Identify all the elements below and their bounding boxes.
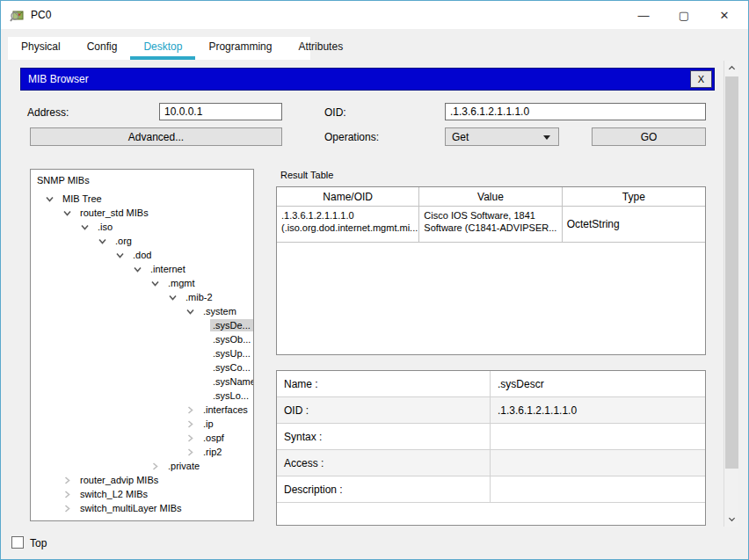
tree-node-sysob[interactable]: .sysOb...	[31, 332, 253, 346]
chevron-collapsed-icon[interactable]	[185, 433, 195, 443]
detail-row-label: Name :	[277, 371, 490, 396]
result-table-label: Result Table	[280, 170, 333, 180]
tree-node-ip[interactable]: .ip	[31, 417, 253, 431]
chevron-collapsed-icon[interactable]	[62, 476, 72, 485]
chevron-down-icon	[543, 135, 550, 140]
tree-node-label: .interfaces	[200, 404, 251, 416]
advanced-button[interactable]: Advanced...	[30, 127, 282, 146]
chevron-collapsed-icon[interactable]	[62, 504, 72, 513]
close-button[interactable]: ✕	[704, 1, 745, 29]
tree-node-label: .mib-2	[183, 291, 215, 303]
vertical-scrollbar[interactable]	[724, 61, 738, 527]
tree-node-iso[interactable]: .iso	[31, 220, 253, 234]
tree-node-rip2[interactable]: .rip2	[31, 445, 253, 459]
scroll-up-icon[interactable]	[724, 61, 739, 76]
tree-node-system[interactable]: .system	[31, 304, 253, 318]
tab-physical[interactable]: Physical	[8, 37, 74, 60]
detail-row-value	[490, 450, 705, 476]
tree-node-syslo[interactable]: .sysLo...	[31, 389, 253, 403]
chevron-expanded-icon[interactable]	[185, 307, 195, 316]
result-column-header: Name/OID	[277, 187, 419, 207]
chevron-collapsed-icon[interactable]	[185, 419, 195, 429]
detail-row-value: .sysDescr	[490, 371, 705, 396]
chevron-expanded-icon[interactable]	[98, 236, 107, 246]
tab-programming[interactable]: Programming	[195, 37, 285, 60]
scroll-down-icon[interactable]	[724, 512, 739, 527]
result-column-header: Type	[563, 187, 705, 207]
tree-node-sysco[interactable]: .sysCo...	[31, 360, 253, 375]
result-column-header: Value	[419, 187, 562, 207]
tree-node-label: router_advip MIBs	[77, 474, 161, 486]
address-input[interactable]	[159, 103, 282, 120]
mib-browser-title: MIB Browser	[28, 73, 89, 85]
chevron-collapsed-icon[interactable]	[150, 462, 160, 471]
top-checkbox[interactable]	[11, 536, 24, 549]
tree-node-switch-multilayer-mibs[interactable]: switch_multiLayer MIBs	[31, 501, 253, 515]
operations-label: Operations:	[324, 131, 379, 143]
snmp-mibs-label: SNMP MIBs	[37, 175, 90, 185]
tree-node-router-advip-mibs[interactable]: router_advip MIBs	[31, 473, 253, 487]
title-bar: PC0 — ▢ ✕	[1, 1, 748, 29]
tree-node-label: .sysName	[210, 375, 254, 388]
result-type-cell[interactable]: OctetString	[563, 207, 705, 243]
tree-node-private[interactable]: .private	[31, 459, 253, 473]
tree-node-label: .org	[113, 235, 135, 247]
chevron-collapsed-icon[interactable]	[185, 405, 195, 415]
detail-row-description: Description :	[277, 476, 705, 503]
chevron-collapsed-icon[interactable]	[185, 447, 195, 457]
detail-row-access: Access :	[277, 450, 705, 476]
mib-browser-header: MIB Browser X	[20, 68, 715, 91]
chevron-expanded-icon[interactable]	[133, 265, 142, 274]
operations-select[interactable]: Get	[445, 127, 559, 146]
tree-node-org[interactable]: .org	[31, 234, 253, 248]
tree-node-interfaces[interactable]: .interfaces	[31, 403, 253, 417]
chevron-expanded-icon[interactable]	[80, 222, 90, 232]
minimize-button[interactable]: —	[623, 1, 664, 29]
chevron-collapsed-icon[interactable]	[62, 490, 72, 499]
snmp-mibs-panel: SNMP MIBs MIB Treerouter_std MIBs.iso.or…	[30, 169, 254, 521]
tree-node-ospf[interactable]: .ospf	[31, 431, 253, 445]
tree-node-label: .private	[165, 460, 202, 472]
oid-label: OID:	[324, 106, 346, 119]
tree-node-dod[interactable]: .dod	[31, 248, 253, 262]
detail-row-label: Description :	[277, 476, 490, 502]
tree-node-sysde[interactable]: .sysDe...	[31, 318, 253, 332]
chevron-expanded-icon[interactable]	[45, 194, 55, 204]
address-label: Address:	[27, 106, 69, 119]
tree-node-router-std-mibs[interactable]: router_std MIBs	[31, 206, 253, 220]
oid-input[interactable]	[445, 103, 706, 120]
result-value-cell[interactable]: Cisco IOS Software, 1841Software (C1841-…	[419, 207, 562, 243]
tab-attributes[interactable]: Attributes	[285, 37, 356, 60]
tree-node-mib-2[interactable]: .mib-2	[31, 290, 253, 304]
tree-node-label: .dod	[130, 249, 154, 261]
scrollbar-thumb[interactable]	[725, 76, 738, 469]
detail-row-name: Name :.sysDescr	[277, 371, 705, 397]
chevron-expanded-icon[interactable]	[115, 251, 125, 260]
result-table: Name/OIDValueType .1.3.6.1.2.1.1.1.0(.is…	[276, 186, 706, 355]
tree-node-label: .mgmt	[165, 277, 198, 289]
tab-desktop[interactable]: Desktop	[130, 37, 195, 60]
tree-node-label: .sysDe...	[210, 319, 253, 331]
tab-config[interactable]: Config	[74, 37, 131, 60]
tree-node-label: .sysCo...	[210, 361, 253, 374]
mib-browser-close-button[interactable]: X	[690, 70, 712, 88]
pc0-window: PC0 — ▢ ✕ PhysicalConfigDesktopProgrammi…	[0, 0, 749, 560]
chevron-expanded-icon[interactable]	[62, 208, 72, 218]
go-button[interactable]: GO	[592, 127, 706, 146]
chevron-expanded-icon[interactable]	[168, 293, 178, 302]
tree-node-sysup[interactable]: .sysUp...	[31, 346, 253, 360]
tree-node-sysname[interactable]: .sysName	[31, 375, 253, 389]
window-title: PC0	[31, 9, 51, 21]
chevron-expanded-icon[interactable]	[150, 279, 160, 288]
tree-node-mib-tree[interactable]: MIB Tree	[31, 192, 253, 206]
tree-node-label: .system	[200, 305, 239, 317]
tree-node-label: .ip	[200, 418, 216, 430]
result-table-body: .1.3.6.1.2.1.1.1.0(.iso.org.dod.internet…	[277, 207, 705, 243]
detail-row-value: .1.3.6.1.2.1.1.1.0	[490, 397, 705, 423]
tree-node-mgmt[interactable]: .mgmt	[31, 276, 253, 290]
tree-node-internet[interactable]: .internet	[31, 262, 253, 276]
tree-node-label: MIB Tree	[60, 193, 105, 205]
result-name-oid-cell[interactable]: .1.3.6.1.2.1.1.1.0(.iso.org.dod.internet…	[277, 207, 419, 243]
tree-node-switch-l2-mibs[interactable]: switch_L2 MIBs	[31, 487, 253, 501]
maximize-button[interactable]: ▢	[664, 1, 704, 29]
